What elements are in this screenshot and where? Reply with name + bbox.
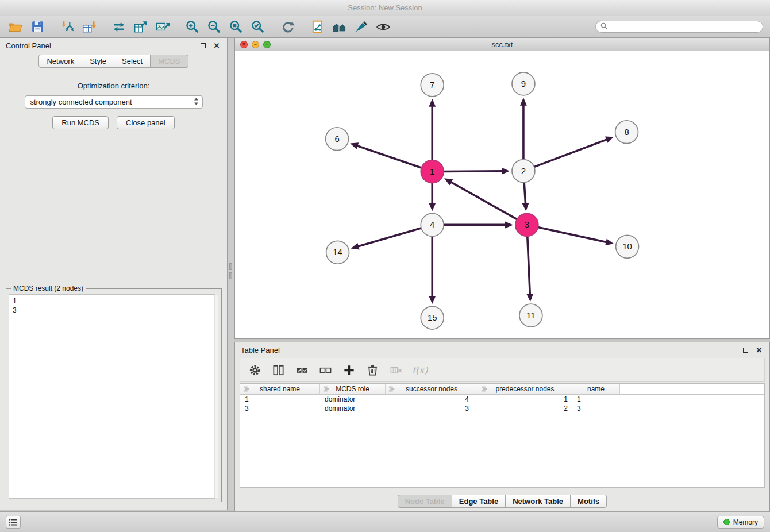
zoom-fit-icon[interactable] — [228, 18, 245, 36]
delete-row-icon[interactable] — [365, 363, 380, 377]
export-image-icon[interactable] — [154, 18, 171, 36]
share-arrows-icon[interactable] — [110, 18, 128, 36]
attribute-icon — [323, 385, 330, 394]
network-window-titlebar[interactable]: scc.txt × − + — [235, 38, 769, 51]
graph-node-label: 8 — [624, 127, 629, 137]
graph-edge-2-3[interactable] — [524, 183, 525, 205]
import-network-icon[interactable] — [59, 18, 76, 36]
graph-edge-arrow — [429, 203, 436, 211]
window-zoom-icon[interactable]: + — [263, 41, 271, 48]
zoom-selected-icon[interactable] — [249, 18, 267, 36]
tab-edge-table[interactable]: Edge Table — [452, 495, 506, 508]
graph-edge-4-14[interactable] — [357, 228, 421, 246]
home-layout-icon[interactable] — [331, 18, 348, 36]
tab-network-table[interactable]: Network Table — [505, 495, 571, 508]
graph-edge-arrow — [520, 98, 527, 106]
graph-node-label: 9 — [521, 79, 526, 88]
network-canvas[interactable]: 7968124314101511 — [235, 52, 769, 338]
graph-node-9[interactable]: 9 — [512, 72, 535, 95]
control-panel-close-icon[interactable]: ✕ — [212, 41, 221, 50]
add-row-icon[interactable] — [341, 363, 356, 377]
style-brush-icon[interactable] — [353, 18, 370, 36]
graph-node-11[interactable]: 11 — [519, 304, 542, 327]
column-header-name[interactable]: name — [572, 384, 620, 394]
splitter-grip[interactable] — [229, 263, 232, 270]
column-layout-icon[interactable] — [271, 363, 286, 377]
search-input[interactable] — [611, 23, 758, 31]
table-row[interactable]: 1dominator411 — [240, 395, 764, 404]
memory-button[interactable]: Memory — [717, 516, 764, 529]
import-table-icon[interactable] — [80, 18, 98, 36]
table-cell: 1 — [478, 395, 572, 403]
tab-network[interactable]: Network — [38, 55, 82, 68]
close-panel-button[interactable]: Close panel — [117, 116, 175, 129]
panel-splitter[interactable] — [228, 38, 234, 510]
document-network-icon[interactable] — [309, 18, 326, 36]
splitter-grip[interactable] — [229, 272, 232, 279]
graph-edge-arrow — [351, 243, 360, 249]
table-cell: 3 — [240, 404, 320, 413]
table-cell: 2 — [478, 404, 572, 413]
table-panel-float-icon[interactable] — [741, 345, 750, 354]
select-all-icon[interactable] — [294, 363, 309, 377]
eye-icon[interactable] — [375, 18, 392, 36]
gear-icon[interactable] — [247, 363, 262, 377]
header-filler — [620, 384, 764, 394]
graph-edge-arrow — [502, 168, 510, 175]
save-session-icon[interactable] — [29, 18, 46, 36]
graph-node-14[interactable]: 14 — [326, 241, 349, 264]
graph-node-4[interactable]: 4 — [421, 213, 444, 236]
tab-style[interactable]: Style — [82, 55, 114, 68]
window-titlebar[interactable]: Session: New Session — [0, 0, 770, 16]
tab-select[interactable]: Select — [114, 55, 151, 68]
criterion-dropdown[interactable]: strongly connected component — [25, 95, 203, 109]
graph-edge-3-10[interactable] — [538, 228, 607, 242]
zoom-out-icon[interactable] — [206, 18, 223, 36]
column-header-shared-name[interactable]: shared name — [240, 384, 320, 394]
graph-edge-arrow — [605, 137, 614, 143]
mcds-result-box: MCDS result (2 nodes) 13 — [6, 288, 222, 502]
result-scrollbar[interactable] — [214, 295, 218, 498]
export-network-icon[interactable] — [132, 18, 149, 36]
quick-search[interactable] — [595, 21, 763, 33]
table-row[interactable]: 3dominator323 — [240, 404, 764, 413]
tab-mcds[interactable]: MCDS — [150, 55, 188, 68]
graph-node-label: 15 — [428, 313, 437, 322]
graph-node-8[interactable]: 8 — [615, 121, 638, 144]
table-toolbar: f(x) — [240, 358, 765, 382]
window-close-icon[interactable]: × — [240, 41, 248, 48]
graph-node-15[interactable]: 15 — [421, 306, 444, 329]
graph-edge-2-8[interactable] — [535, 139, 608, 167]
graph-node-1[interactable]: 1 — [421, 160, 444, 183]
tab-node-table[interactable]: Node Table — [398, 495, 452, 508]
task-history-icon[interactable] — [6, 516, 21, 529]
mcds-result-list[interactable]: 13 — [9, 294, 215, 499]
main-toolbar — [0, 16, 770, 38]
memory-status-icon — [723, 519, 730, 525]
graph-edge-1-2[interactable] — [444, 171, 503, 172]
run-mcds-button[interactable]: Run MCDS — [52, 116, 109, 129]
graph-node-label: 4 — [430, 219, 434, 229]
graph-edge-3-11[interactable] — [528, 237, 530, 295]
deselect-all-icon[interactable] — [318, 363, 333, 377]
table-panel-close-icon[interactable]: ✕ — [754, 345, 764, 354]
column-header-mcds-role[interactable]: MCDS role — [320, 384, 386, 394]
control-panel-float-icon[interactable] — [198, 41, 207, 50]
graph-node-7[interactable]: 7 — [421, 74, 444, 97]
graph-node-2[interactable]: 2 — [512, 160, 535, 183]
zoom-in-icon[interactable] — [184, 18, 201, 36]
column-header-successor-nodes[interactable]: successor nodes — [386, 384, 478, 394]
graph-edge-arrow — [429, 99, 436, 107]
window-minimize-icon[interactable]: − — [252, 41, 259, 48]
column-header-predecessor-nodes[interactable]: predecessor nodes — [478, 384, 572, 394]
graph-edge-3-1[interactable] — [450, 182, 517, 219]
graph-node-10[interactable]: 10 — [616, 235, 639, 258]
tab-motifs[interactable]: Motifs — [570, 495, 607, 508]
graph-edge-arrow — [429, 296, 436, 304]
graph-node-3[interactable]: 3 — [515, 213, 538, 236]
node-table: shared name MCDS role successor nodes pr… — [240, 383, 765, 488]
refresh-icon[interactable] — [279, 18, 297, 36]
graph-node-6[interactable]: 6 — [326, 128, 349, 151]
open-folder-icon[interactable] — [7, 18, 24, 36]
graph-edge-1-6[interactable] — [356, 145, 421, 168]
